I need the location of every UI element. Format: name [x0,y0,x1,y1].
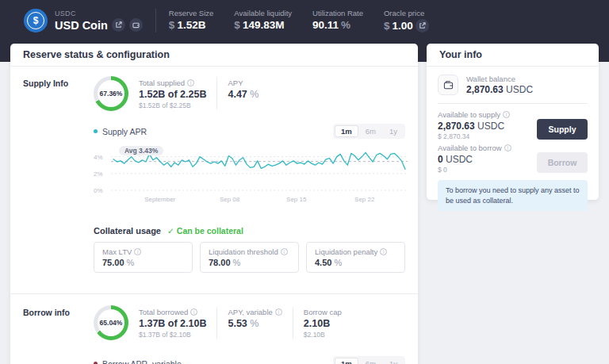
info-icon[interactable]: i [380,248,387,255]
x-axis-tick: Sep 22 [354,196,374,203]
supply-apr-dot-icon [94,129,98,133]
borrow-timeframe-selector: 1m6m1y [333,356,405,364]
stat-divider [216,78,217,109]
borrow-info-section: Borrow info 65.04% Total borrowedi 1.37B… [10,305,418,364]
usdc-coin-icon: $ [24,9,48,33]
supply-timeframe-selector: 1m6m1y [333,124,405,139]
asset-symbol: USDC [55,10,143,17]
borrow-apy-stat: APY, variablei 5.53 % [228,308,282,339]
stat-utilization-rate: Utilization Rate 90.11% [312,9,363,33]
asset-identity: $ USDC USD Coin [24,9,143,33]
asset-name: USD Coin [55,19,108,32]
supply-info-section: Supply Info 67.36% Total suppliedi 1.52B… [10,76,418,273]
supply-apr-legend: Supply APR [94,127,147,136]
panel-divider [438,103,588,104]
stat-oracle-price: Oracle price $1.00 [384,9,429,33]
timeframe-6m-button[interactable]: 6m [359,358,382,364]
liquidation-threshold-box: Liquidation thresholdi 78.00 % [200,242,299,273]
wallet-icon [438,75,458,95]
info-icon[interactable]: i [503,111,510,118]
collateral-usage-header: Collateral usage ✓Can be collateral [94,226,405,236]
external-link-icon[interactable] [112,18,125,32]
stat-reserve-size: Reserve Size $1.52B [169,9,214,33]
borrow-info-label: Borrow info [23,305,94,364]
timeframe-1m-button[interactable]: 1m [335,358,358,364]
info-icon[interactable]: i [504,144,511,151]
max-ltv-box: Max LTVi 75.00 % [94,242,193,273]
y-axis-tick: 4% [94,154,103,161]
avg-badge: Avg 3.43% [119,146,163,155]
your-info-title: Your info [439,49,586,60]
your-info-panel: Your info Wallet balance 2,870.63 USDC A… [427,44,599,200]
borrow-apr-legend: Borrow APR, variable [94,359,182,364]
supply-apr-chart[interactable]: Avg 3.43% 4%2%0%SeptemberSep 08Sep 15Sep… [94,145,405,207]
x-axis-tick: Sep 08 [220,196,239,203]
supply-gauge: 67.36% [94,76,128,111]
timeframe-6m-button[interactable]: 6m [359,125,382,137]
liquidation-penalty-box: Liquidation penaltyi 4.50 % [306,242,405,273]
header-divider [155,9,156,33]
supply-info-label: Supply Info [23,76,94,273]
x-axis-tick: September [144,196,175,203]
total-supplied-stat: Total suppliedi 1.52B of 2.25B $1.52B of… [139,79,206,109]
stat-available-liquidity: Available liquidity $149.83M [234,9,292,33]
available-to-supply-row: Available to supplyi 2,870.63 USDC $ 2,8… [438,110,588,140]
x-axis-tick: Sep 15 [286,196,306,203]
supply-button[interactable]: Supply [537,119,588,140]
y-axis-tick: 0% [94,187,103,194]
add-to-wallet-icon[interactable] [129,18,143,32]
timeframe-1m-button[interactable]: 1m [335,125,358,137]
info-icon[interactable]: i [190,308,197,316]
info-icon[interactable]: i [275,308,282,316]
oracle-external-link-icon[interactable] [416,19,429,33]
timeframe-1y-button[interactable]: 1y [383,358,404,364]
borrow-button[interactable]: Borrow [537,152,588,173]
total-borrowed-stat: Total borrowedi 1.37B of 2.10B $1.37B of… [139,308,206,339]
section-divider [10,293,418,294]
stat-divider [293,307,293,339]
panel-title: Reserve status & configuration [23,49,405,60]
supply-apy-stat: APY 4.47 % [228,79,259,109]
info-icon[interactable]: i [134,248,141,255]
reserve-status-panel: Reserve status & configuration Supply In… [10,44,418,364]
borrow-gauge: 65.04% [94,305,128,340]
info-icon[interactable]: i [187,79,194,86]
info-icon[interactable]: i [281,248,288,255]
timeframe-1y-button[interactable]: 1y [383,125,404,137]
available-to-borrow-row: Available to borrowi 0 USDC $ 0 Borrow [438,144,588,174]
wallet-balance-row: Wallet balance 2,870.63 USDC [438,75,588,95]
check-icon: ✓ [167,226,174,236]
borrow-cap-stat: Borrow cap 2.10B $2.10B [304,308,342,339]
stat-divider [216,307,217,339]
y-axis-tick: 2% [94,171,103,178]
borrow-collateral-alert: To borrow you need to supply any asset t… [438,180,588,211]
